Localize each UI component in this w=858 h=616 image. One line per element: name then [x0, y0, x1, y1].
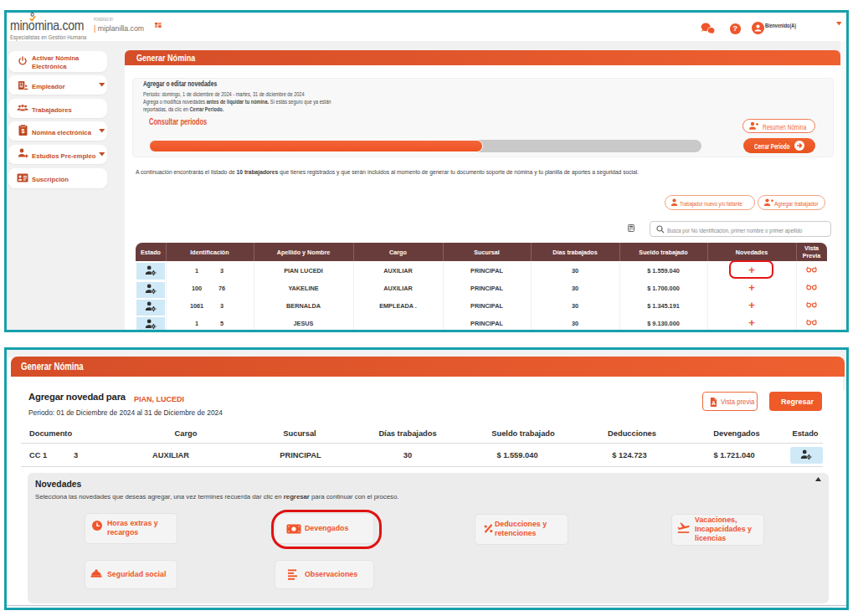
svg-text:A: A — [712, 400, 716, 406]
svg-text:$: $ — [22, 128, 25, 135]
